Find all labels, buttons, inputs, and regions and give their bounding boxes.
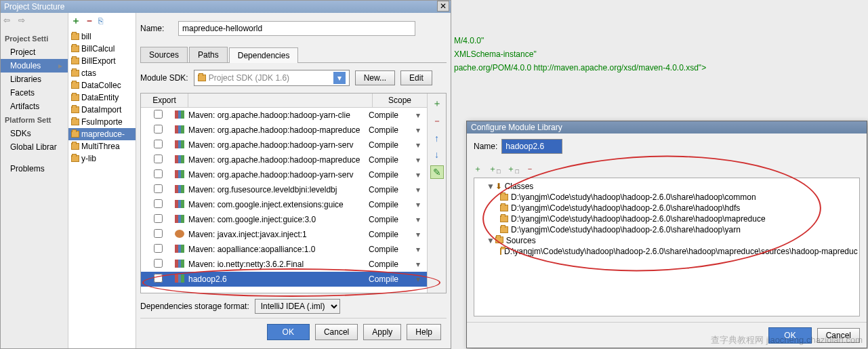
chevron-down-icon[interactable]: ▾ — [416, 110, 427, 120]
nav-libraries[interactable]: Libraries — [1, 73, 68, 86]
export-checkbox[interactable] — [154, 125, 163, 134]
chevron-down-icon[interactable]: ▾ — [416, 140, 427, 150]
move-up-icon[interactable]: ↑ — [434, 133, 439, 144]
remove-dep-icon[interactable]: － — [432, 115, 442, 127]
class-path-item[interactable]: D:\yangjm\Code\study\hadoop\hadoop-2.6.0… — [477, 203, 856, 213]
dependency-scope[interactable]: Compile — [369, 170, 416, 180]
copy-module-icon[interactable]: ⎘ — [98, 16, 103, 26]
module-item[interactable]: y-lib — [68, 152, 136, 165]
nav-artifacts[interactable]: Artifacts — [1, 100, 68, 113]
module-item[interactable]: DataEntity — [68, 91, 136, 104]
new-sdk-button[interactable]: New... — [355, 70, 395, 85]
module-item[interactable]: DataCollec — [68, 79, 136, 91]
chevron-down-icon[interactable]: ▾ — [416, 155, 427, 165]
chevron-down-icon[interactable]: ▾ — [416, 230, 427, 239]
module-item[interactable]: BillExport — [68, 55, 136, 67]
dependency-row[interactable]: Maven: org.apache.hadoop:hadoop-yarn-cli… — [141, 108, 427, 123]
dependency-scope[interactable]: Compile — [369, 230, 416, 239]
export-checkbox[interactable] — [154, 110, 163, 119]
source-path-item[interactable]: D:\yangjm\Code\study\hadoop\hadoop-2.6.0… — [477, 246, 856, 257]
dependency-scope[interactable]: Compile — [369, 140, 416, 150]
dependency-scope[interactable]: Compile — [369, 110, 416, 120]
dependency-row[interactable]: Maven: com.google.inject:guice:3.0Compil… — [141, 212, 427, 227]
module-item[interactable]: ctas — [68, 67, 136, 79]
dependency-row[interactable]: Maven: aopalliance:aopalliance:1.0Compil… — [141, 242, 427, 257]
dependency-row[interactable]: Maven: io.netty:netty:3.6.2.FinalCompile… — [141, 257, 427, 272]
dependency-scope[interactable]: Compile — [369, 215, 416, 224]
add-module-icon[interactable]: ＋ — [71, 15, 81, 27]
chevron-down-icon[interactable]: ▾ — [416, 215, 427, 224]
library-name-input[interactable] — [501, 139, 562, 154]
export-checkbox[interactable] — [154, 184, 163, 193]
class-path-item[interactable]: D:\yangjm\Code\study\hadoop\hadoop-2.6.0… — [477, 224, 856, 235]
close-icon[interactable]: ✕ — [437, 1, 449, 12]
dependency-row[interactable]: Maven: org.apache.hadoop:hadoop-mapreduc… — [141, 123, 427, 138]
module-item[interactable]: MultiThrea — [68, 140, 136, 152]
tab-sources[interactable]: Sources — [140, 47, 188, 62]
dependency-row[interactable]: Maven: org.fusesource.leveldbjni:leveldb… — [141, 182, 427, 197]
add-dep-icon[interactable]: ＋ — [432, 98, 442, 110]
tab-dependencies[interactable]: Dependencies — [229, 47, 299, 63]
module-sdk-combo[interactable]: Project SDK (JDK 1.6) ▾ — [194, 70, 350, 86]
nav-facets[interactable]: Facets — [1, 86, 68, 100]
edit-dep-icon[interactable]: ✎ — [430, 165, 444, 179]
col-export[interactable]: Export — [141, 94, 188, 107]
export-checkbox[interactable] — [154, 229, 163, 238]
help-button[interactable]: Help — [407, 324, 441, 340]
remove-module-icon[interactable]: － — [85, 15, 94, 27]
module-item[interactable]: bill — [68, 30, 136, 43]
apply-button[interactable]: Apply — [363, 324, 401, 340]
dependency-row[interactable]: Maven: com.google.inject.extensions:guic… — [141, 197, 427, 212]
add-special-icon[interactable]: ＋□ — [489, 163, 500, 175]
dependency-row[interactable]: Maven: org.apache.hadoop:hadoop-mapreduc… — [141, 152, 427, 167]
module-item[interactable]: mapreduce- — [68, 128, 136, 140]
export-checkbox[interactable] — [154, 214, 163, 223]
chevron-down-icon[interactable]: ▾ — [416, 185, 427, 194]
export-checkbox[interactable] — [154, 155, 163, 163]
dependency-scope[interactable]: Compile — [369, 245, 416, 254]
dependency-scope[interactable]: Compile — [369, 274, 416, 284]
classes-node[interactable]: ▼ ⬇ Classes — [477, 181, 856, 192]
chevron-down-icon[interactable]: ▾ — [416, 274, 427, 284]
remove-root-icon[interactable]: － — [526, 163, 534, 175]
col-scope[interactable]: Scope — [373, 94, 427, 107]
library-roots-tree[interactable]: ▼ ⬇ Classes D:\yangjm\Code\study\hadoop\… — [474, 178, 860, 316]
export-checkbox[interactable] — [154, 259, 163, 268]
tab-paths[interactable]: Paths — [189, 47, 228, 62]
chevron-down-icon[interactable]: ▾ — [416, 125, 427, 135]
module-item[interactable]: FsuImporte — [68, 116, 136, 128]
nav-project[interactable]: Project — [1, 45, 68, 59]
module-item[interactable]: DataImport — [68, 104, 136, 116]
chevron-down-icon[interactable]: ▾ — [416, 170, 427, 180]
forward-icon[interactable]: ⇨ — [18, 16, 29, 26]
chevron-down-icon[interactable]: ▾ — [333, 72, 346, 84]
cancel-button[interactable]: Cancel — [315, 324, 358, 340]
cml-titlebar[interactable]: Configure Module Library — [467, 121, 867, 134]
dependency-row[interactable]: Maven: org.apache.hadoop:hadoop-yarn-ser… — [141, 138, 427, 152]
move-down-icon[interactable]: ↓ — [434, 149, 439, 160]
dependency-row[interactable]: Maven: javax.inject:javax.inject:1Compil… — [141, 227, 427, 242]
dependency-scope[interactable]: Compile — [369, 185, 416, 194]
module-item[interactable]: BillCalcul — [68, 43, 136, 55]
nav-problems[interactable]: Problems — [1, 162, 68, 176]
storage-format-select[interactable]: IntelliJ IDEA (.iml) — [255, 299, 340, 314]
chevron-down-icon[interactable]: ▾ — [416, 260, 427, 269]
dependency-scope[interactable]: Compile — [369, 155, 416, 165]
nav-global-libraries[interactable]: Global Librar — [1, 140, 68, 154]
ok-button[interactable]: OK — [267, 324, 310, 340]
export-checkbox[interactable] — [154, 169, 163, 178]
dependency-scope[interactable]: Compile — [369, 200, 416, 209]
chevron-down-icon[interactable]: ▾ — [416, 245, 427, 254]
dependency-row[interactable]: Maven: org.apache.hadoop:hadoop-yarn-ser… — [141, 167, 427, 182]
edit-sdk-button[interactable]: Edit — [400, 70, 432, 85]
dependency-scope[interactable]: Compile — [369, 260, 416, 269]
chevron-down-icon[interactable]: ▾ — [416, 200, 427, 209]
back-icon[interactable]: ⇦ — [3, 16, 14, 26]
nav-sdks[interactable]: SDKs — [1, 127, 68, 140]
export-checkbox[interactable] — [154, 244, 163, 253]
export-checkbox[interactable] — [154, 140, 163, 148]
add-special2-icon[interactable]: ＋□ — [507, 163, 518, 175]
export-checkbox[interactable] — [154, 274, 163, 283]
export-checkbox[interactable] — [154, 199, 163, 208]
dependency-scope[interactable]: Compile — [369, 125, 416, 135]
